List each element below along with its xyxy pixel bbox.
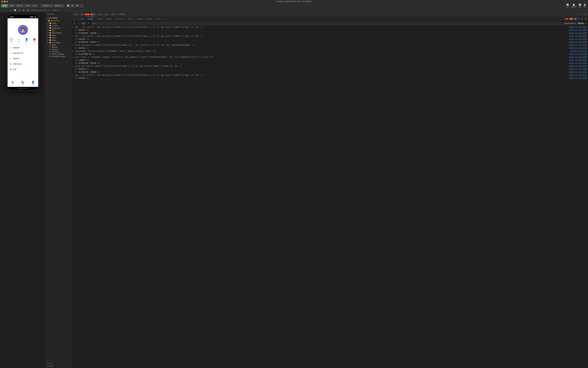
tab-terminal[interactable]: 终端 [110, 12, 116, 17]
console-row-source[interactable]: vendor.js? [sm]:15598 [569, 77, 587, 79]
console-layout-btn[interactable]: ⊟ [581, 18, 584, 20]
console-row-source[interactable]: vendor.js? [sm]:15596 [569, 32, 587, 34]
console-row-source[interactable]: vendor.js? [sm]:15598 [569, 29, 587, 31]
cloud-dev-btn[interactable]: 云开发 [31, 4, 38, 8]
console-level-selector[interactable]: Default levels ▾ [563, 22, 576, 25]
tree-app-json[interactable]: ▶ {} app.json [46, 46, 71, 48]
maximize-button[interactable] [6, 1, 8, 2]
phone-nav-item-0[interactable]: 💬 文字 [10, 38, 13, 43]
upload-btn[interactable]: ⬆️ 上传 [565, 3, 570, 8]
inner-tab-sources[interactable]: Sources [95, 17, 104, 21]
inner-tab-performance[interactable]: Performance [114, 17, 125, 21]
console-clear-btn[interactable]: 🚫 [73, 22, 76, 25]
details-btn[interactable]: ℹ️ 详情 [578, 3, 582, 8]
console-gear-btn[interactable]: ⚙ [585, 22, 587, 24]
phone-menu-item-1[interactable]: 📄 阅读过的文章 › [8, 51, 38, 56]
pbn-item-0[interactable]: 🏠 列表 [8, 81, 18, 86]
phone-menu-item-3[interactable]: 💬 问题与反馈 › [8, 61, 38, 67]
more-btn[interactable]: ⋯ [80, 4, 83, 8]
console-row-source[interactable]: vendor.js? [sm]:15590 [569, 53, 587, 55]
console-row-source[interactable]: vendor.js? [sm]:15597 [569, 44, 587, 46]
back-btn[interactable]: ← [1, 9, 4, 11]
tree-open-editors[interactable]: ▶ 打开的编辑器 [46, 17, 71, 19]
console-row-source[interactable]: vendor.js? [sm]:15597 [569, 65, 587, 67]
inner-tab-network[interactable]: Network [105, 17, 113, 21]
console-row-source[interactable]: vendor.js? [sm]:15598 [569, 68, 587, 70]
phone-menu-item-0[interactable]: 🏷️ 普通签到 › [8, 45, 38, 51]
console-row-source[interactable]: vendor.js? [sm]:15596 [569, 71, 587, 73]
tree-common[interactable]: ▶ 📁 common [46, 24, 71, 27]
tree-app-js[interactable]: ▶ JS app.js [46, 44, 71, 46]
phone-nav-item-1[interactable]: ☁️ 文字 [18, 38, 21, 43]
qr-btn[interactable]: ⊞ [18, 9, 21, 11]
lang-select[interactable]: 普通编译 [53, 4, 64, 8]
pbn-item-2[interactable]: 👤 我的 [28, 81, 38, 86]
console-expand-btn[interactable]: ⊞ [584, 18, 587, 20]
devtools-minimize-btn[interactable]: — [580, 13, 584, 16]
inner-tab-more[interactable]: » [163, 17, 166, 21]
visualize-btn[interactable]: 可视化 [24, 4, 31, 8]
expand-icon[interactable]: ▶ [73, 74, 74, 76]
console-row-source[interactable]: vendor.js? [sm]:15597 [569, 35, 587, 37]
pbn-item-1[interactable]: 🏪 宜格 [18, 81, 28, 86]
tree-uni-modules[interactable]: ▶ 📁 uni_modules [46, 41, 71, 44]
console-context-selector[interactable]: top ▾ [81, 22, 87, 25]
inner-tab-console[interactable]: Console [86, 17, 95, 21]
expand-icon[interactable]: ▶ [73, 56, 74, 58]
tree-assets[interactable]: ▶ 📁 assets [46, 22, 71, 24]
devtools-expand-btn[interactable]: ▲ [577, 13, 580, 16]
tab-issues[interactable]: 问题 [97, 12, 103, 17]
tree-static[interactable]: ▶ 📁 static [46, 37, 71, 39]
close-button[interactable] [1, 1, 3, 2]
console-row-source[interactable]: appInit.js? [sm]:59 [570, 50, 587, 52]
tree-components[interactable]: ▶ 📁 components [46, 27, 71, 29]
settings-small-btn[interactable]: ⚙️ [75, 4, 79, 8]
mode-select[interactable]: 小程序模式 [40, 4, 52, 8]
stop-btn[interactable]: ⊙ [10, 9, 12, 11]
simulator-btn[interactable]: 模拟器 [1, 4, 8, 8]
console-row-source[interactable]: vendor.js? [sm]:15596 [569, 41, 587, 43]
console-row-source[interactable]: vendor.js? [sm]:15591 [569, 56, 587, 58]
clean-btn[interactable]: 🗑️ [26, 9, 30, 11]
console-row-source[interactable]: vendor.js? [sm]:15598 [569, 47, 587, 49]
outline-item-outline[interactable]: ▶ 大纲 [47, 362, 70, 365]
expand-icon[interactable]: ▶ [73, 26, 74, 28]
expand-icon[interactable]: ▶ [73, 50, 74, 52]
phone-menu-item-4[interactable]: ⚙️ 设置 › [8, 67, 38, 72]
console-filter-input[interactable] [91, 22, 562, 25]
tree-stores[interactable]: ▶ 📁 stores [46, 39, 71, 41]
refresh-btn[interactable]: 🔄 [66, 4, 70, 8]
screenshot-btn[interactable]: 📸 [22, 9, 26, 11]
tree-lang[interactable]: ▶ 📁 lang [46, 29, 71, 32]
phone-nav-item-2[interactable]: 👤 文字 [25, 38, 28, 43]
console-row-source[interactable]: vendor.js? [sm]:15596 [569, 62, 587, 64]
expand-icon[interactable]: ▶ [73, 35, 74, 37]
inner-tab-wxml[interactable]: Wxml [79, 17, 86, 21]
outline-item-timeline[interactable]: ▶ 时间线 [47, 365, 70, 368]
tree-nvue-wxss[interactable]: ▶ W nvue.wxss [46, 51, 71, 53]
tree-project-config[interactable]: ▶ {} project.config.json [46, 53, 71, 55]
console-settings-btn[interactable]: ⚙ [578, 18, 580, 20]
console-pause-btn[interactable]: ⏸ [77, 22, 80, 25]
tree-uni-starter-config[interactable]: ▶ JS uni-starter.config.js [46, 55, 71, 57]
tab-code-quality[interactable]: 代码质量 [117, 12, 126, 17]
console-row-source[interactable]: vendor.js? [sm]:15597 [569, 26, 587, 28]
phone-menu-item-2[interactable]: ⭐ 我的积分 › [8, 56, 38, 61]
inner-tab-memory[interactable]: Memory [126, 17, 135, 21]
tree-pages[interactable]: ▶ 📁 pages [46, 34, 71, 37]
inner-tab-appdata[interactable]: AppData [135, 17, 144, 21]
devtools-toggle-btn[interactable]: ↻ [76, 18, 78, 20]
tab-output[interactable]: 输出 [104, 12, 110, 17]
console-eye-btn[interactable]: 👁 [87, 22, 90, 25]
forward-btn[interactable]: → [5, 9, 9, 11]
tree-node-modules[interactable]: ▶ 📁 node-modules [46, 32, 71, 34]
expand-icon[interactable]: ▶ [73, 44, 74, 46]
editor-btn[interactable]: 编辑器 [8, 4, 15, 8]
tab-build[interactable]: 构建 [73, 12, 79, 17]
preview-small-btn[interactable]: 👁️ [71, 4, 75, 8]
inner-tab-security[interactable]: Security [154, 17, 162, 21]
expand-icon[interactable]: ▶ [73, 65, 74, 67]
inner-tab-storage[interactable]: Storage [145, 17, 153, 21]
phone-nav-item-3[interactable]: 📥 文字 [33, 38, 36, 43]
devtools-dock-btn[interactable]: ⊡ [73, 18, 75, 20]
